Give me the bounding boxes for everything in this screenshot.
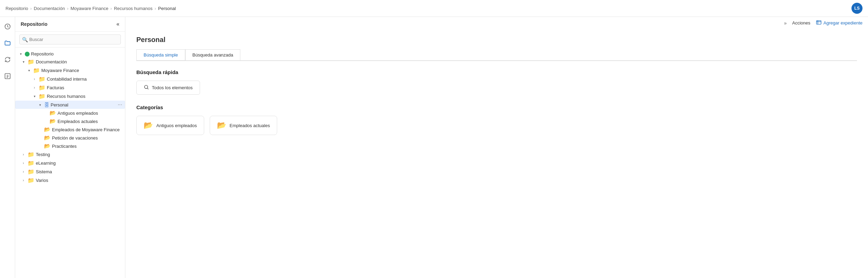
category-label-actuales: Empleados actuales xyxy=(230,123,270,128)
tree-label-moyaware-emp: Empleados de Moyaware Finance xyxy=(52,127,120,132)
tree-item-varios[interactable]: › 📁 Varios xyxy=(15,176,125,185)
tree-label-facturas: Facturas xyxy=(47,85,64,90)
category-folder-icon-antiguos: 📂 xyxy=(144,121,153,130)
toggle-facturas: › xyxy=(32,86,37,90)
toggle-contabilidad: › xyxy=(32,77,37,81)
all-items-button[interactable]: Todos los elementos xyxy=(136,81,200,95)
tree-label-sistema: Sistema xyxy=(36,169,52,174)
tree-label-documentacion: Documentación xyxy=(36,59,67,64)
tabs-container: Búsqueda simple Búsqueda avanzada xyxy=(136,49,857,61)
add-expediente-button[interactable]: Agregar expediente xyxy=(816,20,862,26)
main-layout: Repositorio « 🔍 ▾ Repositorio ▾ 📁 Docume… xyxy=(0,17,868,278)
tab-busqueda-avanzada[interactable]: Búsqueda avanzada xyxy=(185,49,241,60)
breadcrumb-item-5: Personal xyxy=(158,6,176,11)
page-title: Personal xyxy=(136,36,857,44)
breadcrumb-sep-4: › xyxy=(155,6,156,11)
folder-icon-rrhh: 📁 xyxy=(39,93,45,100)
all-items-label: Todos los elementos xyxy=(152,85,193,90)
folder-icon-moyaware-emp: 📂 xyxy=(44,126,51,133)
quick-search-title: Búsqueda rápida xyxy=(136,69,857,75)
tab-busqueda-simple[interactable]: Búsqueda simple xyxy=(136,49,185,61)
category-card-antiguos[interactable]: 📂 Antiguos empleados xyxy=(136,116,204,135)
breadcrumb-item-3[interactable]: Moyaware Finance xyxy=(71,6,108,11)
sidebar-collapse-button[interactable]: « xyxy=(116,21,119,27)
folder-icon-documentacion: 📁 xyxy=(28,59,34,65)
folder-icon-facturas: 📁 xyxy=(39,84,45,91)
toggle-documentacion: ▾ xyxy=(21,60,26,64)
search-circle-icon xyxy=(144,84,149,91)
tree-label-vacaciones: Petición de vacaciones xyxy=(52,135,98,141)
user-avatar[interactable]: LS xyxy=(851,3,862,14)
sidebar-header: Repositorio « xyxy=(15,17,125,32)
folder-icon-testing: 📁 xyxy=(28,151,34,158)
tree-label-practicantes: Practicantes xyxy=(52,144,77,149)
tree-label-contabilidad: Contabilidad interna xyxy=(47,76,87,82)
folder-icon-varios: 📁 xyxy=(28,177,34,184)
folder-icon-vacaciones: 📂 xyxy=(44,135,51,141)
main-content: Personal Búsqueda simple Búsqueda avanza… xyxy=(125,29,868,278)
breadcrumb-sep-1: › xyxy=(30,6,32,11)
folder-icon-antiguos: 📂 xyxy=(50,110,56,116)
sidebar-search-icon: 🔍 xyxy=(22,37,28,42)
tree-item-practicantes[interactable]: 📂 Practicantes xyxy=(15,142,125,150)
tree-item-personal[interactable]: ▾ 🗄 Personal ··· xyxy=(15,101,125,109)
tree-item-moyaware-emp[interactable]: 📂 Empleados de Moyaware Finance xyxy=(15,125,125,134)
actions-bar: » Acciones Agregar expediente xyxy=(125,17,868,29)
nav-tasks-icon[interactable] xyxy=(2,71,13,82)
tree-item-antiguos[interactable]: 📂 Antiguos empleados xyxy=(15,109,125,117)
tree-label-testing: Testing xyxy=(36,152,50,157)
tree-item-empleados-actuales[interactable]: 📂 Empleados actuales xyxy=(15,117,125,125)
quick-search-section: Búsqueda rápida Todos los elementos xyxy=(136,69,857,104)
breadcrumb-item-4[interactable]: Recursos humanos xyxy=(114,6,153,11)
more-options-personal[interactable]: ··· xyxy=(118,102,122,108)
sidebar-search-input[interactable] xyxy=(19,34,121,44)
folder-icon-practicantes: 📂 xyxy=(44,143,51,149)
nav-clock-icon[interactable] xyxy=(2,21,13,32)
repositorio-dot-icon xyxy=(25,52,30,56)
category-folder-icon-actuales: 📂 xyxy=(217,121,226,130)
category-label-antiguos: Antiguos empleados xyxy=(156,123,197,128)
tree-item-repositorio[interactable]: ▾ Repositorio xyxy=(15,50,125,58)
folder-icon-moyaware: 📁 xyxy=(33,67,40,74)
tree-label-antiguos: Antiguos empleados xyxy=(57,111,98,116)
breadcrumb-sep-3: › xyxy=(111,6,112,11)
cabinet-icon-personal: 🗄 xyxy=(44,102,49,108)
tree-label-rrhh: Recursos humanos xyxy=(47,94,85,99)
tree-item-vacaciones[interactable]: 📂 Petición de vacaciones xyxy=(15,134,125,142)
tree-label-repositorio: Repositorio xyxy=(31,51,54,56)
toggle-varios: › xyxy=(21,178,26,182)
toggle-sistema: › xyxy=(21,170,26,174)
nav-folder-icon[interactable] xyxy=(2,38,13,49)
acciones-button[interactable]: Acciones xyxy=(792,20,811,25)
categories-grid: 📂 Antiguos empleados 📂 Empleados actuale… xyxy=(136,116,857,135)
folder-icon-sistema: 📁 xyxy=(28,168,34,175)
tree-item-elearning[interactable]: › 📁 eLearning xyxy=(15,159,125,167)
tree-item-sistema[interactable]: › 📁 Sistema xyxy=(15,167,125,176)
tree-item-documentacion[interactable]: ▾ 📁 Documentación xyxy=(15,58,125,66)
svg-rect-2 xyxy=(816,21,821,24)
nav-sync-icon[interactable] xyxy=(2,54,13,65)
sidebar-tree: ▾ Repositorio ▾ 📁 Documentación ▾ 📁 Moya… xyxy=(15,48,125,278)
tree-item-rrhh[interactable]: ▾ 📁 Recursos humanos xyxy=(15,92,125,101)
categories-title: Categorías xyxy=(136,104,857,110)
tree-item-moyaware[interactable]: ▾ 📁 Moyaware Finance xyxy=(15,66,125,75)
icon-bar xyxy=(0,17,15,278)
breadcrumb: Repositorio › Documentación › Moyaware F… xyxy=(6,6,176,11)
tree-item-facturas[interactable]: › 📁 Facturas xyxy=(15,83,125,92)
breadcrumb-item-2[interactable]: Documentación xyxy=(34,6,65,11)
breadcrumb-sep-2: › xyxy=(67,6,68,11)
tree-item-contabilidad[interactable]: › 📁 Contabilidad interna xyxy=(15,75,125,83)
toggle-elearning: › xyxy=(21,161,26,165)
expand-icon[interactable]: » xyxy=(784,20,787,26)
category-card-actuales[interactable]: 📂 Empleados actuales xyxy=(210,116,277,135)
categories-section: Categorías 📂 Antiguos empleados 📂 Emplea… xyxy=(136,104,857,135)
sidebar-search-container: 🔍 xyxy=(15,32,125,48)
tree-item-testing[interactable]: › 📁 Testing xyxy=(15,150,125,159)
breadcrumb-item-1[interactable]: Repositorio xyxy=(6,6,28,11)
add-expediente-icon xyxy=(816,20,822,26)
tree-label-moyaware: Moyaware Finance xyxy=(41,68,79,73)
top-bar: Repositorio › Documentación › Moyaware F… xyxy=(0,0,868,17)
toggle-rrhh: ▾ xyxy=(32,94,37,98)
toggle-testing: › xyxy=(21,153,26,156)
sidebar: Repositorio « 🔍 ▾ Repositorio ▾ 📁 Docume… xyxy=(15,17,125,278)
